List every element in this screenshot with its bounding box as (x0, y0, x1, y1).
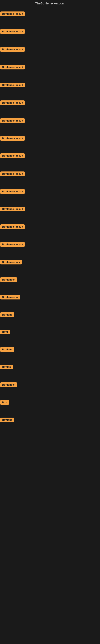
ellipsis-marker: ... (0, 527, 3, 531)
bottleneck-badge-23: Bott (0, 400, 9, 405)
bottleneck-badge-13: Bottleneck result (0, 224, 25, 229)
bottleneck-badge-5: Bottleneck result (0, 83, 25, 87)
bottleneck-badge-21: Bottlen (0, 365, 13, 369)
bottleneck-badge-16: Bottleneck (0, 277, 17, 282)
page-container: TheBottlenecker.com ... Bottleneck resul… (0, 0, 100, 644)
bottleneck-badge-24: Bottlene (0, 418, 14, 422)
bottleneck-badge-4: Bottleneck result (0, 65, 25, 70)
bottleneck-badge-8: Bottleneck result (0, 136, 25, 141)
bottleneck-badge-6: Bottleneck result (0, 100, 25, 105)
bottleneck-badge-9: Bottleneck result (0, 153, 25, 158)
bottleneck-badge-17: Bottleneck re (0, 295, 20, 300)
site-header: TheBottlenecker.com (0, 0, 100, 7)
bottleneck-badge-10: Bottleneck result (0, 172, 25, 176)
bottleneck-badge-2: Bottleneck result (0, 29, 25, 34)
bottleneck-badge-1: Bottleneck result (0, 12, 25, 16)
bottleneck-badge-7: Bottleneck result (0, 118, 25, 123)
bottleneck-badge-19: Bottl (0, 330, 10, 334)
bottleneck-badge-22: Bottleneck (0, 382, 17, 387)
bottleneck-badge-18: Bottlene (0, 312, 14, 317)
bottleneck-badge-11: Bottleneck result (0, 189, 25, 194)
bottleneck-badge-14: Bottleneck result (0, 242, 25, 247)
bottleneck-badge-15: Bottleneck res (0, 260, 22, 264)
bottleneck-badge-12: Bottleneck result (0, 207, 25, 211)
bottleneck-badge-20: Bottlene (0, 347, 14, 352)
bottleneck-badge-3: Bottleneck result (0, 47, 25, 52)
